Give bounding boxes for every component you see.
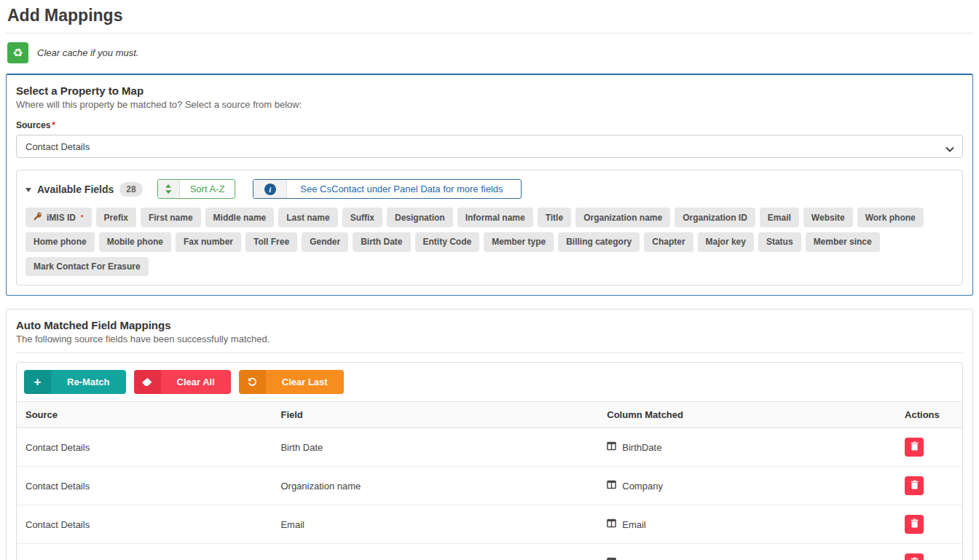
field-chip-work-phone[interactable]: Work phone bbox=[857, 208, 924, 227]
field-chip-label: Home phone bbox=[34, 237, 87, 247]
auto-matched-panel: Auto Matched Field Mappings The followin… bbox=[6, 309, 973, 560]
column-header-field: Field bbox=[272, 402, 598, 428]
column-matched-label: Company bbox=[622, 481, 663, 492]
field-chip-label: Designation bbox=[395, 213, 445, 223]
field-chip-home-phone[interactable]: Home phone bbox=[25, 232, 95, 251]
cell-column-matched: First Name bbox=[598, 544, 896, 560]
field-chip-label: Prefix bbox=[104, 213, 128, 223]
field-chip-entity-code[interactable]: Entity Code bbox=[415, 232, 480, 251]
field-chip-label: Organization ID bbox=[683, 213, 747, 223]
cscontact-info-button[interactable]: i See CsContact under Panel Data for mor… bbox=[253, 179, 521, 199]
field-chip-designation[interactable]: Designation bbox=[387, 208, 453, 227]
field-chip-suffix[interactable]: Suffix bbox=[342, 208, 382, 227]
column-header-column-matched: Column Matched bbox=[598, 402, 896, 428]
field-chip-first-name[interactable]: First name bbox=[141, 208, 201, 227]
field-chip-gender[interactable]: Gender bbox=[302, 232, 348, 251]
available-fields-title: Available Fields bbox=[37, 184, 114, 195]
field-chip-informal-name[interactable]: Informal name bbox=[457, 208, 533, 227]
delete-mapping-button[interactable] bbox=[905, 476, 924, 495]
cell-source: Contact Details bbox=[17, 467, 272, 505]
columns-icon bbox=[607, 557, 616, 560]
available-fields-list: iMIS ID*PrefixFirst nameMiddle nameLast … bbox=[25, 208, 954, 276]
sources-select-wrap: Contact Details bbox=[16, 135, 963, 158]
column-matched-label: BirthDate bbox=[622, 442, 661, 453]
field-chip-mark-contact-for-erasure[interactable]: Mark Contact For Erasure bbox=[25, 257, 149, 276]
cell-actions bbox=[896, 467, 962, 505]
column-header-actions: Actions bbox=[896, 402, 962, 428]
cell-source: Contact Details bbox=[17, 428, 272, 467]
trash-icon bbox=[911, 557, 919, 560]
field-chip-toll-free[interactable]: Toll Free bbox=[245, 232, 297, 251]
clear-cache-button[interactable]: ♻ bbox=[7, 42, 28, 63]
cell-field: Birth Date bbox=[272, 428, 598, 467]
sources-label: Sources* bbox=[16, 120, 963, 130]
clear-all-button[interactable]: Clear All bbox=[134, 370, 231, 394]
columns-icon bbox=[607, 441, 616, 453]
undo-icon bbox=[239, 370, 266, 394]
field-chip-label: Informal name bbox=[465, 213, 525, 223]
field-chip-major-key[interactable]: Major key bbox=[698, 232, 754, 251]
delete-mapping-button[interactable] bbox=[905, 438, 924, 457]
trash-icon bbox=[911, 441, 919, 453]
field-chip-label: Website bbox=[811, 213, 845, 223]
required-marker: * bbox=[52, 120, 55, 130]
cell-field: First name bbox=[272, 544, 598, 560]
field-chip-birth-date[interactable]: Birth Date bbox=[353, 232, 410, 251]
cell-column-matched: Company bbox=[598, 467, 896, 505]
sources-select[interactable]: Contact Details bbox=[16, 135, 963, 158]
field-chip-title[interactable]: Title bbox=[538, 208, 571, 227]
field-chip-label: Title bbox=[546, 213, 563, 223]
trash-icon bbox=[911, 518, 919, 530]
field-chip-label: Email bbox=[768, 213, 791, 223]
field-chip-label: iMIS ID bbox=[47, 213, 76, 223]
sort-icon bbox=[158, 180, 180, 198]
columns-icon bbox=[607, 518, 616, 530]
table-row: Contact DetailsOrganization nameCompany bbox=[17, 467, 962, 505]
field-chip-label: Fax number bbox=[184, 237, 233, 247]
field-chip-label: Status bbox=[766, 237, 793, 247]
field-chip-fax-number[interactable]: Fax number bbox=[176, 232, 241, 251]
table-body: Contact DetailsBirth DateBirthDateContac… bbox=[17, 428, 962, 560]
field-chip-mobile-phone[interactable]: Mobile phone bbox=[99, 232, 171, 251]
field-chip-member-since[interactable]: Member since bbox=[806, 232, 880, 251]
cache-alert: ♻ Clear cache if you must. bbox=[7, 42, 972, 63]
field-chip-prefix[interactable]: Prefix bbox=[96, 208, 136, 227]
select-property-subtitle: Where will this property be matched to? … bbox=[16, 99, 963, 110]
column-header-source: Source bbox=[17, 402, 272, 428]
title-divider bbox=[6, 33, 973, 33]
field-chip-status[interactable]: Status bbox=[758, 232, 801, 251]
cell-field: Organization name bbox=[272, 467, 598, 505]
field-chip-label: Major key bbox=[706, 237, 746, 247]
delete-mapping-button[interactable] bbox=[905, 553, 924, 560]
field-chip-label: Middle name bbox=[213, 213, 267, 223]
required-marker: * bbox=[81, 213, 84, 221]
plus-icon: + bbox=[24, 370, 51, 394]
field-chip-label: Chapter bbox=[652, 237, 685, 247]
cell-actions bbox=[896, 505, 962, 544]
page-title: Add Mappings bbox=[6, 4, 973, 33]
sort-az-button[interactable]: Sort A-Z bbox=[157, 179, 236, 199]
field-chip-email[interactable]: Email bbox=[760, 208, 799, 227]
field-chip-last-name[interactable]: Last name bbox=[278, 208, 337, 227]
field-chip-imis-id[interactable]: iMIS ID* bbox=[25, 208, 92, 227]
field-chip-chapter[interactable]: Chapter bbox=[644, 232, 693, 251]
mappings-toolbar: + Re-Match Clear All Clear Last bbox=[17, 363, 962, 402]
field-chip-label: Billing category bbox=[566, 237, 632, 247]
auto-matched-subtitle: The following source fields have been su… bbox=[16, 334, 963, 344]
field-chip-label: Birth Date bbox=[361, 237, 402, 247]
clear-last-button[interactable]: Clear Last bbox=[239, 370, 344, 394]
cell-source: Contact Details bbox=[17, 544, 272, 560]
field-chip-label: Suffix bbox=[350, 213, 374, 223]
field-chip-member-type[interactable]: Member type bbox=[484, 232, 554, 251]
field-chip-label: Last name bbox=[286, 213, 329, 223]
field-chip-middle-name[interactable]: Middle name bbox=[205, 208, 275, 227]
field-chip-website[interactable]: Website bbox=[803, 208, 853, 227]
field-chip-billing-category[interactable]: Billing category bbox=[558, 232, 640, 251]
available-fields-toggle[interactable]: Available Fields bbox=[25, 184, 114, 195]
field-chip-label: Entity Code bbox=[423, 237, 472, 247]
delete-mapping-button[interactable] bbox=[905, 515, 924, 534]
field-chip-organization-name[interactable]: Organization name bbox=[575, 208, 670, 227]
rematch-button[interactable]: + Re-Match bbox=[24, 370, 126, 394]
mappings-table: SourceFieldColumn MatchedActions Contact… bbox=[17, 402, 962, 560]
field-chip-organization-id[interactable]: Organization ID bbox=[675, 208, 755, 227]
